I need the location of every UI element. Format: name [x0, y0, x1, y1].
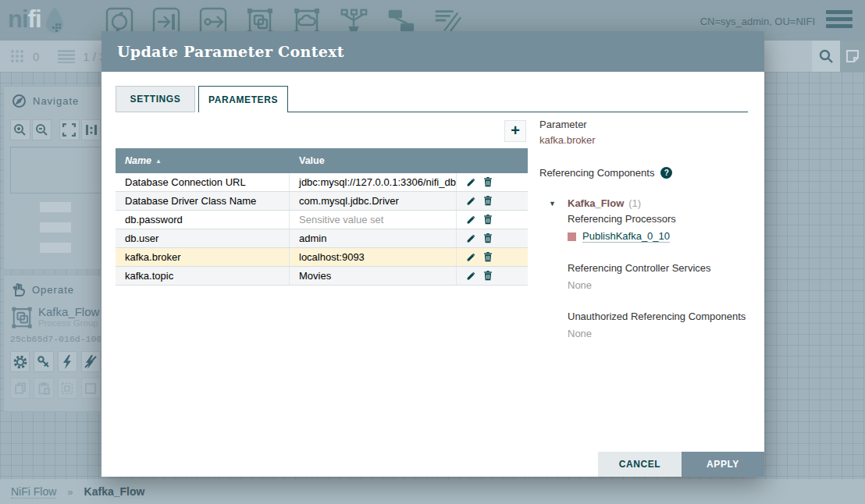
actual-size-icon[interactable] [81, 119, 101, 140]
parameter-row[interactable]: kafka.broker localhost:9093 [116, 248, 528, 267]
dialog-title: Update Parameter Context [117, 43, 344, 60]
edit-icon[interactable] [466, 252, 476, 262]
parameter-name-cell: kafka.broker [116, 248, 290, 266]
parameter-name: kafka.broker [539, 134, 750, 146]
list-icon [58, 49, 75, 63]
column-header-value[interactable]: Value [290, 155, 457, 166]
note-icon [845, 49, 860, 63]
caret-down-icon[interactable]: ▼ [549, 200, 556, 208]
status-count-grouped: 0 [33, 50, 39, 63]
operate-component-id: 25cb65d7-016d-1000- [4, 334, 101, 344]
breadcrumb-current: Kafka_Flow [84, 485, 145, 498]
parameter-name-cell: Database Driver Class Name [116, 192, 290, 210]
birdseye-component [40, 222, 71, 232]
edit-icon[interactable] [466, 177, 476, 187]
referencing-components-label: Referencing Components [539, 167, 654, 179]
operate-component-type: Process Group [38, 318, 99, 328]
processor-state-bullet [568, 232, 576, 241]
delete-icon[interactable] [483, 215, 493, 225]
group-icon[interactable] [58, 378, 77, 399]
tab-baseline [288, 112, 748, 112]
global-menu-icon[interactable] [826, 10, 853, 28]
parameter-value-cell: com.mysql.jdbc.Driver [290, 192, 457, 210]
parameter-name-cell: db.password [116, 211, 290, 229]
parameter-value-cell: Sensitive value set [290, 211, 457, 229]
access-policies-icon[interactable] [34, 351, 53, 372]
logo-text: nifi [8, 5, 41, 34]
delete-icon[interactable] [483, 177, 493, 187]
delete-icon[interactable] [483, 233, 493, 243]
edit-icon[interactable] [466, 233, 476, 243]
edit-icon[interactable] [466, 271, 476, 281]
navigate-panel: Navigate [3, 86, 101, 270]
apply-button[interactable]: APPLY [682, 452, 764, 477]
parameter-row[interactable]: db.password Sensitive value set [116, 211, 528, 229]
delete-icon[interactable] [483, 252, 493, 262]
parameter-value-cell: jdbc:mysql://127.0.0.1:3306/nifi_db [290, 173, 457, 191]
tab-parameters[interactable]: PARAMETERS [198, 86, 288, 112]
parameter-row[interactable]: Database Driver Class Name com.mysql.jdb… [116, 192, 528, 211]
tab-settings[interactable]: SETTINGS [116, 86, 195, 112]
referencing-controller-services-value: None [568, 279, 750, 291]
delete-icon[interactable] [483, 196, 493, 206]
navigate-panel-title: Navigate [33, 95, 79, 107]
start-icon[interactable] [58, 351, 77, 372]
referencing-processor-link[interactable]: PublishKafka_0_10 [582, 230, 670, 243]
parameter-value-cell: localhost:9093 [290, 248, 457, 266]
parameter-detail-panel: Parameter kafka.broker Referencing Compo… [539, 119, 750, 339]
help-icon[interactable]: ? [660, 167, 672, 179]
edit-icon[interactable] [466, 215, 476, 225]
update-parameter-context-dialog: Update Parameter Context SETTINGS PARAME… [101, 31, 764, 477]
configure-icon[interactable] [10, 351, 30, 372]
stop-icon[interactable] [81, 351, 101, 372]
unauthorized-referencing-value: None [568, 328, 750, 339]
fit-icon[interactable] [59, 119, 80, 140]
delete-icon[interactable] [81, 378, 101, 399]
nifi-logo: nifi [8, 5, 66, 34]
cancel-button[interactable]: CANCEL [598, 452, 682, 477]
unauthorized-referencing-label: Unauthorized Referencing Components [568, 311, 750, 322]
parameter-row[interactable]: kafka.topic Movies [116, 267, 528, 286]
search-button[interactable] [812, 41, 840, 72]
parameter-row[interactable]: Database Connection URL jdbc:mysql://127… [116, 173, 528, 192]
paste-icon[interactable] [34, 378, 53, 399]
referencing-processors-label: Referencing Processors [568, 213, 750, 225]
hand-icon [12, 282, 26, 297]
zoom-out-icon[interactable] [32, 119, 52, 140]
breadcrumb-nifi-flow[interactable]: NiFi Flow [11, 485, 56, 499]
parameter-value-cell: admin [290, 229, 457, 247]
user-identity: CN=sys_admin, OU=NIFI [700, 16, 815, 27]
parameter-name-cell: db.user [116, 229, 290, 247]
referencing-group-count: (1) [628, 197, 641, 209]
add-parameter-button[interactable]: + [504, 120, 526, 142]
process-group-badge-icon [10, 305, 34, 328]
breadcrumb-separator: » [67, 486, 73, 498]
zoom-in-icon[interactable] [10, 119, 30, 140]
birdseye-component [40, 202, 71, 212]
parameter-name-cell: kafka.topic [116, 267, 290, 285]
copy-icon[interactable] [10, 378, 30, 399]
operate-panel: Operate Kafka_Flow Process Group 25cb65d… [3, 275, 101, 412]
compass-icon [12, 94, 27, 108]
parameter-name-cell: Database Connection URL [116, 173, 290, 191]
edit-icon[interactable] [466, 196, 476, 206]
parameters-table-rows: Database Connection URL jdbc:mysql://127… [116, 173, 528, 286]
birdseye-viewport[interactable] [10, 147, 101, 193]
grid-dots-icon [9, 48, 25, 64]
parameter-label: Parameter [539, 119, 750, 130]
breadcrumb: NiFi Flow » Kafka_Flow [0, 479, 865, 504]
operate-panel-title: Operate [32, 284, 74, 296]
operate-component-name: Kafka_Flow [38, 305, 99, 318]
birdseye-component [40, 243, 71, 253]
column-header-name[interactable]: Name ▲ [116, 155, 290, 166]
parameters-table: Name ▲ Value Database Connection URL jdb… [116, 148, 528, 286]
parameter-row[interactable]: db.user admin [116, 229, 528, 248]
delete-icon[interactable] [483, 271, 493, 281]
note-button[interactable] [840, 41, 865, 72]
referencing-components-tree: ▼ Kafka_Flow (1) Referencing Processors … [539, 197, 750, 339]
dialog-header: Update Parameter Context [101, 31, 764, 72]
referencing-controller-services-label: Referencing Controller Services [568, 262, 750, 274]
parameter-value-cell: Movies [290, 267, 457, 285]
search-icon [818, 48, 834, 64]
nifi-drop-icon [43, 5, 66, 34]
